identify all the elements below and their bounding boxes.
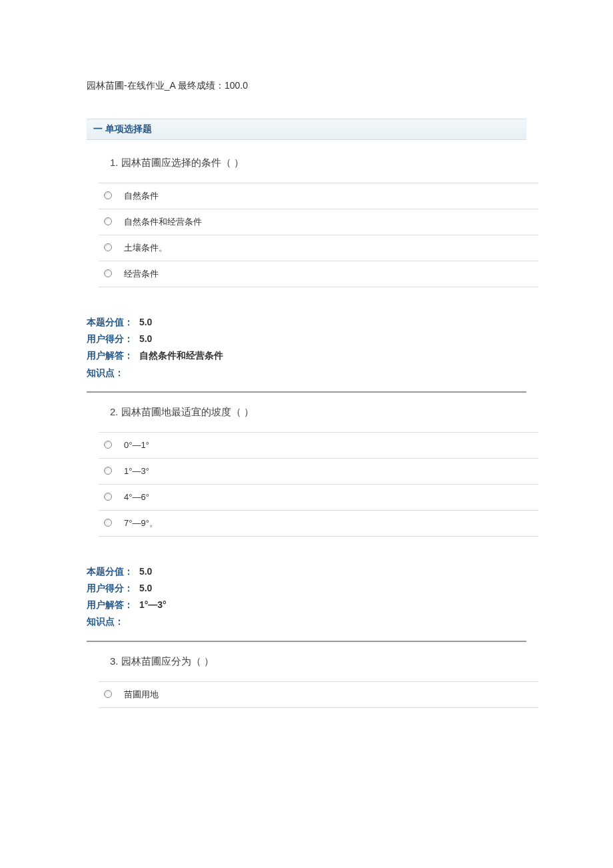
score-label: 本题分值： <box>87 314 137 331</box>
radio-icon[interactable] <box>104 191 112 199</box>
option-row: 1°—3° <box>99 458 538 484</box>
option-text: 苗圃用地 <box>119 681 538 707</box>
question-block: 3. 园林苗圃应分为（ ） 苗圃用地 <box>87 655 526 708</box>
knowledge-label: 知识点： <box>87 365 137 381</box>
section-header: 一 单项选择题 <box>87 119 526 140</box>
radio-icon[interactable] <box>104 269 112 277</box>
radio-icon[interactable] <box>104 217 112 225</box>
radio-icon[interactable] <box>104 243 112 251</box>
question-num: 3. <box>110 655 119 667</box>
radio-icon[interactable] <box>104 493 112 501</box>
option-text: 土壤条件。 <box>119 235 538 261</box>
option-row: 0°—1° <box>99 432 538 458</box>
option-text: 经营条件 <box>119 261 538 287</box>
option-row: 7°—9°。 <box>99 510 538 536</box>
radio-icon[interactable] <box>104 467 112 475</box>
option-text: 1°—3° <box>119 458 538 484</box>
score-value: 5.0 <box>139 566 152 577</box>
option-row: 土壤条件。 <box>99 235 538 261</box>
radio-icon[interactable] <box>104 690 112 698</box>
score-label: 本题分值： <box>87 563 137 580</box>
user-score-label: 用户得分： <box>87 331 137 347</box>
question-block: 1. 园林苗圃应选择的条件（ ） 自然条件 自然条件和经营条件 土壤条件。 经营… <box>87 157 526 393</box>
option-row: 4°—6° <box>99 484 538 510</box>
user-answer-label: 用户解答： <box>87 597 137 613</box>
user-answer-value: 1°—3° <box>139 599 167 610</box>
user-answer-value: 自然条件和经营条件 <box>139 350 223 361</box>
option-row: 经营条件 <box>99 261 538 287</box>
options-table: 自然条件 自然条件和经营条件 土壤条件。 经营条件 <box>99 183 538 287</box>
answer-summary: 本题分值： 5.0 用户得分： 5.0 用户解答： 自然条件和经营条件 知识点： <box>87 314 526 381</box>
question-num: 1. <box>110 157 119 168</box>
question-stem: 园林苗圃应选择的条件（ ） <box>121 157 244 168</box>
options-table: 苗圃用地 <box>99 681 538 708</box>
user-score-label: 用户得分： <box>87 580 137 597</box>
option-text: 自然条件和经营条件 <box>119 209 538 235</box>
option-text: 4°—6° <box>119 484 538 510</box>
radio-icon[interactable] <box>104 519 112 527</box>
user-score-value: 5.0 <box>139 583 152 593</box>
user-answer-label: 用户解答： <box>87 347 137 364</box>
answer-summary: 本题分值： 5.0 用户得分： 5.0 用户解答： 1°—3° 知识点： <box>87 563 526 631</box>
user-score-value: 5.0 <box>139 333 152 344</box>
radio-icon[interactable] <box>104 441 112 449</box>
divider <box>87 391 526 393</box>
option-text: 0°—1° <box>119 432 538 458</box>
page-title: 园林苗圃-在线作业_A 最终成绩：100.0 <box>87 80 526 92</box>
option-text: 7°—9°。 <box>119 510 538 536</box>
question-text: 2. 园林苗圃地最适宜的坡度（ ） <box>110 406 526 422</box>
question-stem: 园林苗圃应分为（ ） <box>121 655 214 667</box>
option-row: 自然条件和经营条件 <box>99 209 538 235</box>
option-text: 自然条件 <box>119 183 538 209</box>
knowledge-label: 知识点： <box>87 613 137 630</box>
question-stem: 园林苗圃地最适宜的坡度（ ） <box>121 406 254 417</box>
question-text: 1. 园林苗圃应选择的条件（ ） <box>110 157 526 173</box>
score-value: 5.0 <box>139 317 152 327</box>
question-block: 2. 园林苗圃地最适宜的坡度（ ） 0°—1° 1°—3° 4°—6° 7°—9… <box>87 406 526 642</box>
question-text: 3. 园林苗圃应分为（ ） <box>110 655 526 671</box>
divider <box>87 641 526 642</box>
question-num: 2. <box>110 406 119 417</box>
option-row: 苗圃用地 <box>99 681 538 707</box>
option-row: 自然条件 <box>99 183 538 209</box>
options-table: 0°—1° 1°—3° 4°—6° 7°—9°。 <box>99 432 538 537</box>
